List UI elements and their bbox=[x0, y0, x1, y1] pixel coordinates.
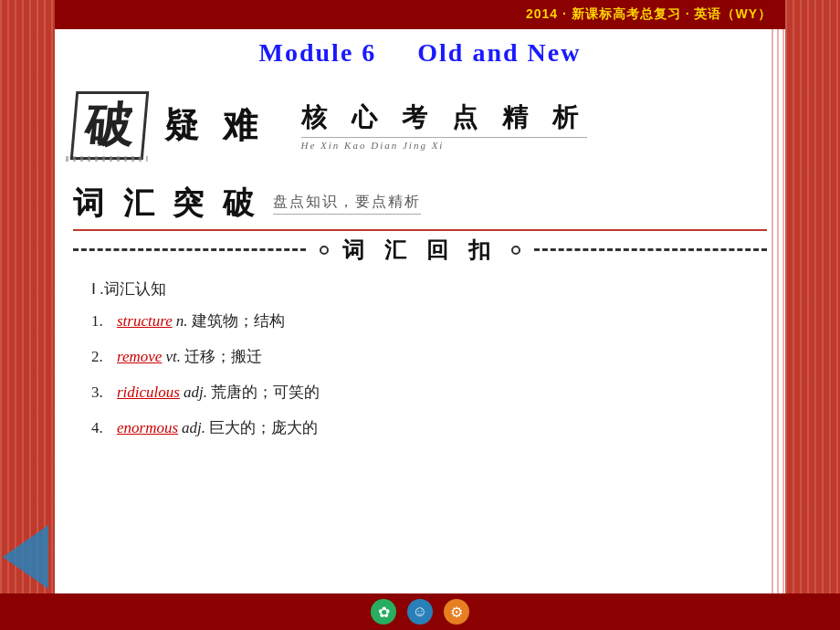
taskbar-icon-orange[interactable]: ⚙ bbox=[444, 599, 469, 625]
header-dot1: · bbox=[562, 6, 567, 21]
he-xin-cn: 核 心 考 点 精 析 bbox=[301, 100, 587, 135]
cihui-section: 词 汇 突 破 盘点知识，要点精析 bbox=[73, 183, 767, 231]
divider-text: 词 汇 回 扣 bbox=[342, 236, 498, 265]
he-xin-section: 核 心 考 点 精 析 He Xin Kao Dian Jing Xi bbox=[301, 100, 587, 151]
po-section: 破 疑 难 核 心 考 点 精 析 He Xin Kao Dian Jing X… bbox=[73, 91, 767, 160]
header-dot2: · bbox=[686, 6, 690, 21]
list-item: 3. ridiculous adj. 荒唐的；可笑的 bbox=[91, 382, 749, 403]
vocab-word-2: remove bbox=[117, 348, 162, 366]
pos-4: adj. bbox=[182, 419, 205, 437]
vocab-section: Ⅰ .词汇认知 1. structure n. 建筑物；结构 2. remove… bbox=[91, 278, 749, 453]
circle-left bbox=[320, 246, 329, 255]
circle-right bbox=[511, 246, 520, 255]
taskbar-icon-green[interactable]: ✿ bbox=[371, 599, 396, 625]
module-title: Module 6 Old and New bbox=[55, 38, 785, 68]
vocab-word-4: enormous bbox=[117, 419, 178, 437]
arrow-shape bbox=[3, 525, 48, 589]
yi-nan-text: 疑 难 bbox=[164, 102, 265, 149]
pos-2: vt. bbox=[165, 348, 181, 366]
list-item: 1. structure n. 建筑物；结构 bbox=[91, 310, 749, 331]
top-header: 2014 · 新课标高考总复习 · 英语（WY） bbox=[55, 0, 785, 29]
roman-numeral: Ⅰ .词汇认知 bbox=[91, 280, 166, 298]
dash-left bbox=[73, 248, 306, 251]
header-course: 新课标高考总复习 bbox=[572, 6, 681, 21]
main-content: 2014 · 新课标高考总复习 · 英语（WY） Module 6 Old an… bbox=[55, 0, 785, 593]
definition-2: 迁移；搬迁 bbox=[184, 346, 262, 367]
module-number: Module 6 bbox=[259, 38, 377, 67]
cihui-title: 词 汇 突 破 bbox=[73, 183, 259, 225]
brush-decoration bbox=[66, 156, 149, 162]
bottom-taskbar: ✿ ☺ ⚙ bbox=[0, 593, 840, 630]
he-xin-pinyin: He Xin Kao Dian Jing Xi bbox=[301, 137, 587, 151]
header-subject: 英语（WY） bbox=[694, 6, 772, 21]
item-number-4: 4. bbox=[91, 419, 117, 437]
pos-1: n. bbox=[176, 312, 188, 331]
dash-right bbox=[534, 248, 767, 251]
taskbar-icon-blue[interactable]: ☺ bbox=[407, 599, 433, 625]
definition-3: 荒唐的；可笑的 bbox=[211, 382, 320, 403]
vocab-word-3: ridiculous bbox=[117, 383, 180, 402]
po-char-box: 破 bbox=[70, 91, 150, 160]
item-number-3: 3. bbox=[91, 383, 117, 402]
section-header: Ⅰ .词汇认知 bbox=[91, 278, 749, 299]
po-char: 破 bbox=[83, 94, 136, 158]
dashed-divider: 词 汇 回 扣 bbox=[73, 236, 767, 265]
cihui-subtitle: 盘点知识，要点精析 bbox=[273, 193, 421, 215]
header-year: 2014 bbox=[526, 6, 558, 21]
definition-4: 巨大的；庞大的 bbox=[209, 417, 318, 438]
vocab-word-1: structure bbox=[117, 312, 173, 331]
right-lines-decoration bbox=[772, 29, 785, 593]
item-number-2: 2. bbox=[91, 348, 117, 366]
list-item: 2. remove vt. 迁移；搬迁 bbox=[91, 346, 749, 367]
left-panel bbox=[0, 0, 55, 593]
pos-3: adj. bbox=[184, 383, 207, 402]
header-text: 2014 · 新课标高考总复习 · 英语（WY） bbox=[526, 6, 772, 23]
left-arrow bbox=[0, 520, 50, 593]
definition-1: 建筑物；结构 bbox=[192, 310, 285, 331]
item-number-1: 1. bbox=[91, 312, 117, 331]
right-panel bbox=[785, 0, 840, 593]
module-title-text: Old and New bbox=[417, 38, 581, 67]
list-item: 4. enormous adj. 巨大的；庞大的 bbox=[91, 417, 749, 438]
